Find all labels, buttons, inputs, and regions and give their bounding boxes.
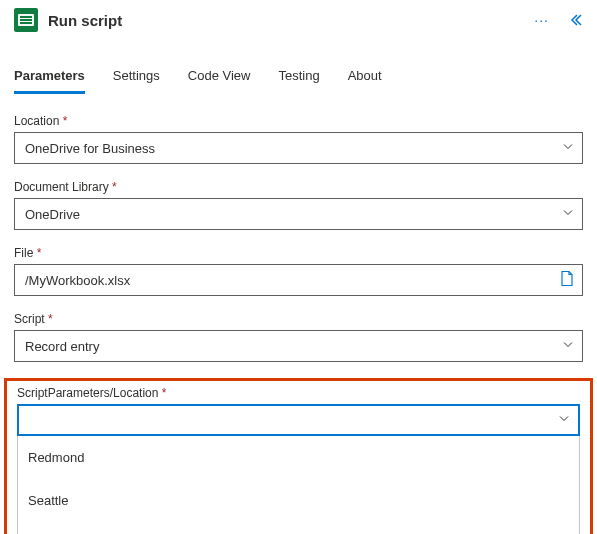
required-marker: * bbox=[37, 246, 42, 260]
dropdown-option-redmond[interactable]: Redmond bbox=[18, 436, 579, 479]
excel-script-icon bbox=[14, 8, 38, 32]
required-marker: * bbox=[162, 386, 167, 400]
required-marker: * bbox=[112, 180, 117, 194]
tab-parameters[interactable]: Parameters bbox=[14, 68, 85, 94]
tab-testing[interactable]: Testing bbox=[278, 68, 319, 94]
doclib-value: OneDrive bbox=[25, 207, 80, 222]
param-location-select[interactable] bbox=[17, 404, 580, 436]
tab-about[interactable]: About bbox=[348, 68, 382, 94]
header: Run script ··· bbox=[0, 0, 597, 42]
location-select[interactable]: OneDrive for Business bbox=[14, 132, 583, 164]
script-label: Script * bbox=[14, 312, 583, 326]
required-marker: * bbox=[48, 312, 53, 326]
field-script: Script * Record entry bbox=[14, 312, 583, 362]
field-location: Location * OneDrive for Business bbox=[14, 114, 583, 164]
page-title: Run script bbox=[48, 12, 524, 29]
chevron-down-icon bbox=[562, 207, 574, 222]
chevron-down-icon bbox=[562, 339, 574, 354]
parameters-form: Location * OneDrive for Business Documen… bbox=[0, 94, 597, 362]
file-value: /MyWorkbook.xlsx bbox=[25, 273, 130, 288]
script-parameters-block: ScriptParameters/Location * Redmond Seat… bbox=[4, 378, 593, 534]
location-value: OneDrive for Business bbox=[25, 141, 155, 156]
svg-rect-1 bbox=[20, 16, 32, 18]
header-actions: ··· bbox=[534, 12, 583, 28]
file-input[interactable]: /MyWorkbook.xlsx bbox=[14, 264, 583, 296]
tab-settings[interactable]: Settings bbox=[113, 68, 160, 94]
svg-rect-3 bbox=[20, 22, 32, 24]
document-library-select[interactable]: OneDrive bbox=[14, 198, 583, 230]
field-file: File * /MyWorkbook.xlsx bbox=[14, 246, 583, 296]
chevron-down-icon bbox=[562, 141, 574, 156]
tab-bar: Parameters Settings Code View Testing Ab… bbox=[0, 54, 597, 94]
location-label: Location * bbox=[14, 114, 583, 128]
param-location-dropdown: Redmond Seattle Enter custom value bbox=[17, 436, 580, 534]
required-marker: * bbox=[63, 114, 68, 128]
more-menu-icon[interactable]: ··· bbox=[534, 12, 549, 28]
file-label: File * bbox=[14, 246, 583, 260]
script-select[interactable]: Record entry bbox=[14, 330, 583, 362]
location-label-text: Location bbox=[14, 114, 59, 128]
field-document-library: Document Library * OneDrive bbox=[14, 180, 583, 230]
dropdown-option-seattle[interactable]: Seattle bbox=[18, 479, 579, 522]
script-label-text: Script bbox=[14, 312, 45, 326]
file-picker-icon[interactable] bbox=[560, 271, 574, 290]
dropdown-option-custom[interactable]: Enter custom value bbox=[18, 522, 579, 534]
doclib-label: Document Library * bbox=[14, 180, 583, 194]
param-location-label-text: ScriptParameters/Location bbox=[17, 386, 158, 400]
tab-code-view[interactable]: Code View bbox=[188, 68, 251, 94]
file-label-text: File bbox=[14, 246, 33, 260]
chevron-down-icon bbox=[558, 413, 570, 428]
svg-rect-2 bbox=[20, 19, 32, 21]
doclib-label-text: Document Library bbox=[14, 180, 109, 194]
script-value: Record entry bbox=[25, 339, 99, 354]
param-location-label: ScriptParameters/Location * bbox=[17, 386, 580, 400]
collapse-icon[interactable] bbox=[567, 12, 583, 28]
